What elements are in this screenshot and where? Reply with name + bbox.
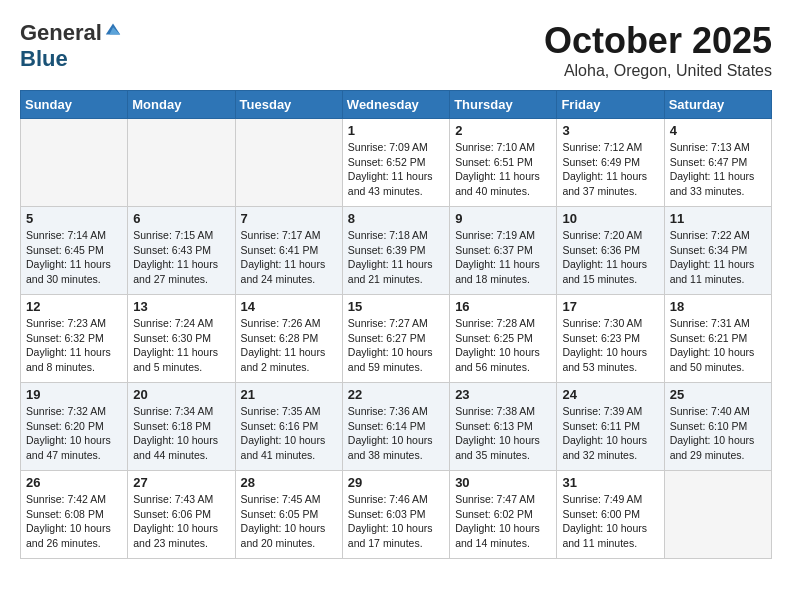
day-info: Sunrise: 7:19 AM Sunset: 6:37 PM Dayligh… (455, 228, 551, 287)
header-sunday: Sunday (21, 91, 128, 119)
day-info: Sunrise: 7:46 AM Sunset: 6:03 PM Dayligh… (348, 492, 444, 551)
calendar-week-2: 5Sunrise: 7:14 AM Sunset: 6:45 PM Daylig… (21, 207, 772, 295)
calendar-cell: 20Sunrise: 7:34 AM Sunset: 6:18 PM Dayli… (128, 383, 235, 471)
day-info: Sunrise: 7:27 AM Sunset: 6:27 PM Dayligh… (348, 316, 444, 375)
day-info: Sunrise: 7:49 AM Sunset: 6:00 PM Dayligh… (562, 492, 658, 551)
day-number: 6 (133, 211, 229, 226)
calendar-week-4: 19Sunrise: 7:32 AM Sunset: 6:20 PM Dayli… (21, 383, 772, 471)
day-number: 10 (562, 211, 658, 226)
day-number: 22 (348, 387, 444, 402)
day-number: 4 (670, 123, 766, 138)
logo: General Blue (20, 20, 122, 72)
day-info: Sunrise: 7:09 AM Sunset: 6:52 PM Dayligh… (348, 140, 444, 199)
calendar-cell: 3Sunrise: 7:12 AM Sunset: 6:49 PM Daylig… (557, 119, 664, 207)
calendar-cell: 9Sunrise: 7:19 AM Sunset: 6:37 PM Daylig… (450, 207, 557, 295)
day-info: Sunrise: 7:20 AM Sunset: 6:36 PM Dayligh… (562, 228, 658, 287)
day-number: 21 (241, 387, 337, 402)
day-info: Sunrise: 7:45 AM Sunset: 6:05 PM Dayligh… (241, 492, 337, 551)
calendar-cell: 26Sunrise: 7:42 AM Sunset: 6:08 PM Dayli… (21, 471, 128, 559)
header-friday: Friday (557, 91, 664, 119)
day-number: 24 (562, 387, 658, 402)
day-info: Sunrise: 7:17 AM Sunset: 6:41 PM Dayligh… (241, 228, 337, 287)
month-title: October 2025 (544, 20, 772, 62)
header-tuesday: Tuesday (235, 91, 342, 119)
day-number: 18 (670, 299, 766, 314)
calendar-cell (128, 119, 235, 207)
calendar-week-1: 1Sunrise: 7:09 AM Sunset: 6:52 PM Daylig… (21, 119, 772, 207)
day-number: 23 (455, 387, 551, 402)
day-info: Sunrise: 7:30 AM Sunset: 6:23 PM Dayligh… (562, 316, 658, 375)
day-number: 26 (26, 475, 122, 490)
day-info: Sunrise: 7:40 AM Sunset: 6:10 PM Dayligh… (670, 404, 766, 463)
day-info: Sunrise: 7:42 AM Sunset: 6:08 PM Dayligh… (26, 492, 122, 551)
page-header: General Blue October 2025 Aloha, Oregon,… (20, 20, 772, 80)
title-section: October 2025 Aloha, Oregon, United State… (544, 20, 772, 80)
day-number: 15 (348, 299, 444, 314)
day-info: Sunrise: 7:22 AM Sunset: 6:34 PM Dayligh… (670, 228, 766, 287)
calendar-cell: 6Sunrise: 7:15 AM Sunset: 6:43 PM Daylig… (128, 207, 235, 295)
calendar-cell: 23Sunrise: 7:38 AM Sunset: 6:13 PM Dayli… (450, 383, 557, 471)
day-number: 30 (455, 475, 551, 490)
day-number: 11 (670, 211, 766, 226)
day-info: Sunrise: 7:26 AM Sunset: 6:28 PM Dayligh… (241, 316, 337, 375)
day-number: 31 (562, 475, 658, 490)
calendar-cell: 7Sunrise: 7:17 AM Sunset: 6:41 PM Daylig… (235, 207, 342, 295)
calendar-cell: 14Sunrise: 7:26 AM Sunset: 6:28 PM Dayli… (235, 295, 342, 383)
day-info: Sunrise: 7:13 AM Sunset: 6:47 PM Dayligh… (670, 140, 766, 199)
day-number: 7 (241, 211, 337, 226)
day-number: 17 (562, 299, 658, 314)
calendar-cell: 29Sunrise: 7:46 AM Sunset: 6:03 PM Dayli… (342, 471, 449, 559)
day-info: Sunrise: 7:23 AM Sunset: 6:32 PM Dayligh… (26, 316, 122, 375)
header-saturday: Saturday (664, 91, 771, 119)
calendar-cell: 1Sunrise: 7:09 AM Sunset: 6:52 PM Daylig… (342, 119, 449, 207)
day-number: 16 (455, 299, 551, 314)
day-number: 8 (348, 211, 444, 226)
day-number: 2 (455, 123, 551, 138)
header-thursday: Thursday (450, 91, 557, 119)
calendar-cell: 2Sunrise: 7:10 AM Sunset: 6:51 PM Daylig… (450, 119, 557, 207)
calendar-cell: 13Sunrise: 7:24 AM Sunset: 6:30 PM Dayli… (128, 295, 235, 383)
logo-icon (104, 20, 122, 38)
day-number: 28 (241, 475, 337, 490)
day-number: 20 (133, 387, 229, 402)
calendar-cell: 18Sunrise: 7:31 AM Sunset: 6:21 PM Dayli… (664, 295, 771, 383)
calendar-cell: 22Sunrise: 7:36 AM Sunset: 6:14 PM Dayli… (342, 383, 449, 471)
logo-blue: Blue (20, 46, 68, 72)
day-info: Sunrise: 7:31 AM Sunset: 6:21 PM Dayligh… (670, 316, 766, 375)
header-monday: Monday (128, 91, 235, 119)
calendar-cell: 5Sunrise: 7:14 AM Sunset: 6:45 PM Daylig… (21, 207, 128, 295)
calendar-cell: 17Sunrise: 7:30 AM Sunset: 6:23 PM Dayli… (557, 295, 664, 383)
calendar-week-5: 26Sunrise: 7:42 AM Sunset: 6:08 PM Dayli… (21, 471, 772, 559)
day-number: 9 (455, 211, 551, 226)
day-info: Sunrise: 7:39 AM Sunset: 6:11 PM Dayligh… (562, 404, 658, 463)
calendar-cell: 19Sunrise: 7:32 AM Sunset: 6:20 PM Dayli… (21, 383, 128, 471)
day-number: 5 (26, 211, 122, 226)
calendar-cell: 11Sunrise: 7:22 AM Sunset: 6:34 PM Dayli… (664, 207, 771, 295)
calendar-cell: 4Sunrise: 7:13 AM Sunset: 6:47 PM Daylig… (664, 119, 771, 207)
day-number: 13 (133, 299, 229, 314)
day-info: Sunrise: 7:35 AM Sunset: 6:16 PM Dayligh… (241, 404, 337, 463)
day-number: 19 (26, 387, 122, 402)
calendar-cell (235, 119, 342, 207)
day-number: 3 (562, 123, 658, 138)
logo-general: General (20, 20, 102, 46)
day-info: Sunrise: 7:43 AM Sunset: 6:06 PM Dayligh… (133, 492, 229, 551)
day-info: Sunrise: 7:47 AM Sunset: 6:02 PM Dayligh… (455, 492, 551, 551)
location: Aloha, Oregon, United States (544, 62, 772, 80)
day-info: Sunrise: 7:34 AM Sunset: 6:18 PM Dayligh… (133, 404, 229, 463)
calendar-cell: 12Sunrise: 7:23 AM Sunset: 6:32 PM Dayli… (21, 295, 128, 383)
calendar-cell: 10Sunrise: 7:20 AM Sunset: 6:36 PM Dayli… (557, 207, 664, 295)
calendar-cell: 24Sunrise: 7:39 AM Sunset: 6:11 PM Dayli… (557, 383, 664, 471)
day-number: 14 (241, 299, 337, 314)
calendar-cell: 30Sunrise: 7:47 AM Sunset: 6:02 PM Dayli… (450, 471, 557, 559)
calendar-header-row: SundayMondayTuesdayWednesdayThursdayFrid… (21, 91, 772, 119)
calendar-cell (664, 471, 771, 559)
calendar-cell: 27Sunrise: 7:43 AM Sunset: 6:06 PM Dayli… (128, 471, 235, 559)
calendar-cell: 21Sunrise: 7:35 AM Sunset: 6:16 PM Dayli… (235, 383, 342, 471)
calendar-cell: 28Sunrise: 7:45 AM Sunset: 6:05 PM Dayli… (235, 471, 342, 559)
day-info: Sunrise: 7:14 AM Sunset: 6:45 PM Dayligh… (26, 228, 122, 287)
day-info: Sunrise: 7:15 AM Sunset: 6:43 PM Dayligh… (133, 228, 229, 287)
calendar-cell: 15Sunrise: 7:27 AM Sunset: 6:27 PM Dayli… (342, 295, 449, 383)
day-number: 27 (133, 475, 229, 490)
calendar-cell (21, 119, 128, 207)
